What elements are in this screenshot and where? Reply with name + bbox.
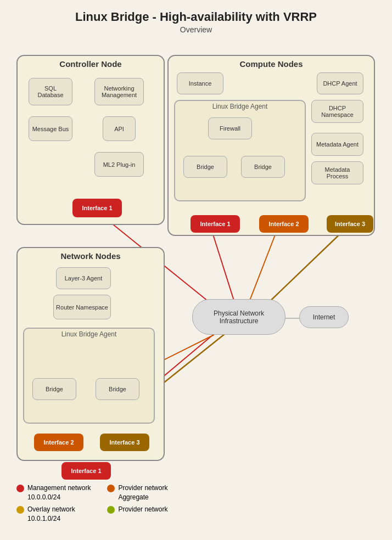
controller-label: Controller Node — [18, 59, 164, 69]
legend-provider-aggregate: Provider networkAggregate — [107, 483, 181, 502]
compute-lba-label: Linux Bridge Agent — [175, 101, 305, 112]
page-title: Linux Bridge - High-availability with VR… — [0, 0, 392, 24]
router-namespace: Router Namespace — [53, 295, 111, 319]
sql-database: SQL Database — [29, 78, 72, 105]
internet: Internet — [299, 306, 349, 328]
management-dot — [16, 485, 24, 492]
compute-bridge2: Bridge — [241, 156, 285, 178]
network-interface2: Interface 2 — [34, 434, 83, 451]
legend-overlay: Overlay network10.0.1.0/24 — [16, 505, 91, 524]
dhcp-namespace: DHCP Namespace — [311, 100, 363, 123]
overlay-dot — [16, 506, 24, 514]
overlay-label: Overlay network10.0.1.0/24 — [27, 505, 75, 524]
controller-node: Controller Node SQL Database Networking … — [16, 55, 165, 225]
network-bridge2: Bridge — [96, 378, 139, 400]
provider-label: Provider network — [118, 505, 167, 514]
svg-line-3 — [264, 229, 345, 307]
network-label: Network Nodes — [18, 251, 164, 261]
compute-interface3: Interface 3 — [327, 215, 373, 233]
legend: Management network10.0.0.0/24 Provider n… — [16, 483, 182, 524]
instance: Instance — [177, 72, 223, 94]
firewall: Firewall — [208, 117, 252, 139]
networking-management: Networking Management — [94, 78, 144, 105]
physical-network: Physical Network Infrastructure — [192, 299, 285, 335]
svg-line-1 — [211, 229, 236, 307]
metadata-process: Metadata Process — [311, 161, 363, 184]
management-label: Management network10.0.0.0/24 — [27, 483, 91, 502]
metadata-agent: Metadata Agent — [311, 133, 363, 156]
provider-agg-label: Provider networkAggregate — [118, 483, 167, 502]
ml2-plugin: ML2 Plug-in — [94, 152, 144, 177]
network-bridge1: Bridge — [32, 378, 76, 400]
dhcp-agent: DHCP Agent — [317, 72, 363, 94]
page-subtitle: Overview — [0, 25, 392, 34]
layer3-agent: Layer-3 Agent — [56, 267, 111, 289]
compute-interface2: Interface 2 — [259, 215, 309, 233]
network-lba: Linux Bridge Agent Bridge Bridge — [23, 328, 155, 424]
network-nodes: Network Nodes Layer-3 Agent Router Names… — [16, 247, 165, 461]
compute-nodes: Compute Nodes DHCP Agent DHCP Namespace … — [167, 55, 375, 236]
legend-management: Management network10.0.0.0/24 — [16, 483, 91, 502]
svg-line-2 — [247, 229, 277, 307]
network-interface3: Interface 3 — [100, 434, 149, 451]
legend-provider: Provider network — [107, 505, 181, 524]
api: API — [103, 116, 136, 141]
provider-agg-dot — [107, 485, 115, 492]
network-interface1: Interface 1 — [61, 462, 111, 480]
compute-label: Compute Nodes — [169, 59, 374, 69]
provider-dot — [107, 506, 115, 514]
compute-interface1: Interface 1 — [191, 215, 240, 233]
compute-lba: Linux Bridge Agent Firewall Bridge Bridg… — [174, 100, 306, 201]
network-lba-label: Linux Bridge Agent — [24, 329, 154, 340]
controller-interface1: Interface 1 — [72, 199, 122, 217]
message-bus: Message Bus — [29, 116, 72, 141]
compute-bridge1: Bridge — [183, 156, 227, 178]
